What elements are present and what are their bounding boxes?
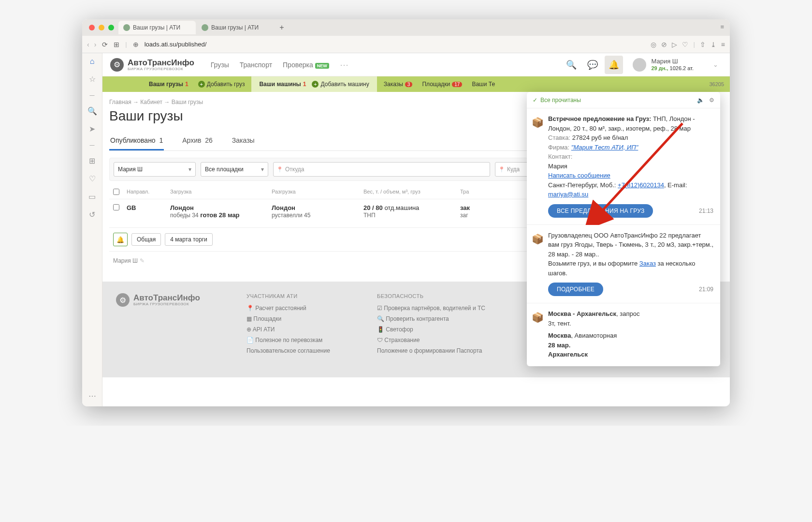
subnav-platforms[interactable]: Площадки 17: [419, 81, 465, 88]
share-icon[interactable]: ⇧: [700, 41, 706, 48]
note-icon[interactable]: ▭: [88, 192, 96, 201]
browser-tab-2[interactable]: Ваши грузы | АТИ: [197, 21, 274, 34]
subnav-orders[interactable]: Заказы 3: [381, 81, 416, 88]
nav-transport[interactable]: Транспорт: [240, 61, 272, 69]
nav-loads[interactable]: Грузы: [211, 61, 229, 69]
footer-link[interactable]: ▦ Площадки: [246, 315, 348, 322]
subnav-your-tenders[interactable]: Ваши Те: [469, 81, 498, 88]
logo[interactable]: ⚙ АвтоТрансИнфо БИРЖА ГРУЗОПЕРЕВОЗОК: [110, 58, 194, 72]
divider: —: [90, 92, 95, 98]
footer-link[interactable]: 🛡 Страхование: [377, 337, 485, 343]
reload-icon[interactable]: ⟳: [102, 41, 108, 48]
new-tab-button[interactable]: +: [275, 21, 289, 34]
logo-subtitle: БИРЖА ГРУЗОПЕРЕВОЗОК: [128, 67, 194, 71]
history-icon[interactable]: ↺: [89, 210, 95, 219]
new-badge: NEW: [315, 63, 329, 69]
home-icon[interactable]: ⌂: [90, 57, 95, 66]
forward-icon[interactable]: ›: [94, 41, 97, 48]
tabs-menu-icon[interactable]: ≡: [720, 23, 724, 30]
tag-common[interactable]: Общая: [131, 233, 161, 246]
order-link[interactable]: Заказ: [639, 260, 656, 267]
minimize-window-icon[interactable]: [99, 25, 104, 30]
nav-check[interactable]: ПроверкаNEW: [283, 61, 329, 69]
all-offers-button[interactable]: ВСЕ ПРЕДЛОЖЕНИЯ НА ГРУЗ: [548, 204, 653, 218]
write-message-link[interactable]: Написать сообщение: [548, 172, 610, 179]
user-menu[interactable]: Мария Ш 29 дн., 1026.2 ат. ⌄: [629, 56, 722, 74]
footer-link[interactable]: Пользовательское соглашение: [246, 347, 348, 354]
footer-link[interactable]: Положение о формировании Паспорта: [377, 347, 485, 354]
nav-more-icon[interactable]: ⋯: [340, 60, 348, 70]
search-icon[interactable]: 🔍: [562, 56, 580, 74]
badge: 3: [405, 82, 413, 87]
browser-tab-1[interactable]: Ваши грузы | АТИ: [118, 21, 196, 34]
play-icon[interactable]: ▷: [672, 41, 677, 48]
notification-item[interactable]: 📦 Москва - Архангельск, запрос 3т, тент.…: [527, 303, 720, 366]
package-icon: 📦: [532, 310, 544, 325]
subnav-add-truck[interactable]: +Добавить машину: [309, 81, 372, 88]
camera-icon[interactable]: ◎: [651, 41, 656, 48]
logo-text: АвтоТрансИнфо: [128, 59, 194, 67]
row-checkbox[interactable]: [113, 204, 119, 210]
download-icon[interactable]: ⤓: [710, 41, 716, 48]
notifications-icon[interactable]: 🔔: [605, 56, 623, 74]
subnav-your-trucks[interactable]: Ваши машины 1: [256, 81, 309, 88]
favicon-icon: [202, 24, 208, 31]
subnav-code: 36205: [709, 81, 724, 87]
notif-time: 21:09: [699, 285, 713, 294]
notification-item[interactable]: 📦 Грузовладелец ООО АвтоТрансИнфо 22 пре…: [527, 225, 720, 304]
bell-toggle-button[interactable]: 🔔: [113, 233, 128, 246]
tab-orders[interactable]: Заказы: [231, 133, 256, 150]
chat-icon[interactable]: 💬: [583, 56, 602, 74]
footer-link[interactable]: 📄 Полезное по перевозкам: [246, 337, 348, 343]
grid-icon[interactable]: ⊞: [89, 156, 95, 165]
browser-toolbar: ‹ › ⟳ ⊞ | ⊕ loads.ati.su/published/ ◎ ⊘ …: [82, 36, 730, 53]
address-bar[interactable]: loads.ati.su/published/: [145, 41, 645, 48]
favicon-icon: [123, 24, 130, 31]
details-button[interactable]: ПОДРОБНЕЕ: [548, 283, 603, 296]
footer-link[interactable]: 📍 Расчет расстояний: [246, 305, 348, 312]
user-name: Мария Ш: [651, 58, 694, 65]
tab-title: Ваши грузы | АТИ: [133, 24, 180, 31]
phone-link[interactable]: +7(812)6020134: [618, 181, 664, 189]
tab-archive[interactable]: Архив 26: [181, 133, 214, 150]
search-icon[interactable]: 🔍: [87, 106, 97, 116]
site-header: ⚙ АвтоТрансИнфо БИРЖА ГРУЗОПЕРЕВОЗОК Гру…: [102, 53, 730, 76]
menu-icon[interactable]: ≡: [721, 41, 725, 48]
filter-from-input[interactable]: Откуда: [273, 162, 490, 177]
back-icon[interactable]: ‹: [87, 41, 89, 48]
subnav-your-loads[interactable]: Ваши грузы 1: [146, 81, 191, 88]
footer-link[interactable]: ☑ Проверка партнёров, водителей и ТС: [377, 305, 485, 312]
load-ready: готов 28 мар: [200, 211, 239, 219]
block-icon[interactable]: ⊘: [661, 41, 667, 48]
maximize-window-icon[interactable]: [108, 25, 114, 30]
apps-grid-icon[interactable]: ⊞: [114, 41, 119, 48]
notification-item[interactable]: 📦 Встречное предложение на Груз: ТНП, Ло…: [527, 108, 720, 225]
filter-platform-select[interactable]: Все площадки: [201, 162, 268, 177]
notif-time: 21:13: [699, 207, 713, 215]
sound-icon[interactable]: 🔈: [697, 97, 704, 104]
footer-link[interactable]: ⊕ API АТИ: [246, 326, 348, 333]
check-icon: ✓: [533, 97, 537, 104]
subnav-add-load[interactable]: +Добавить груз: [195, 81, 248, 88]
footer-logo[interactable]: ⚙ АвтоТрансИнфо БИРЖА ГРУЗОПЕРЕВОЗОК: [116, 293, 218, 307]
notif-text: Грузовладелец ООО АвтоТрансИнфо 22 предл…: [548, 231, 713, 259]
firm-link[interactable]: "Мария Тест АТИ, ИП": [571, 144, 638, 151]
logo-icon: ⚙: [110, 58, 124, 72]
avatar: [633, 58, 646, 72]
email-link[interactable]: mariya@ati.su: [548, 191, 588, 198]
select-all-checkbox[interactable]: [113, 189, 119, 195]
tab-published[interactable]: Опубликовано 1: [109, 133, 164, 150]
close-window-icon[interactable]: [89, 25, 95, 30]
gear-icon[interactable]: ⚙: [709, 97, 714, 104]
heart-icon[interactable]: ♡: [682, 41, 688, 48]
more-icon[interactable]: ⋯: [88, 391, 96, 401]
footer-link[interactable]: 🚦 Светофор: [377, 326, 485, 333]
edit-icon[interactable]: ✎: [140, 257, 145, 264]
filter-user-select[interactable]: Мария Ш: [114, 162, 196, 177]
site-info-icon[interactable]: ⊕: [133, 41, 139, 48]
send-icon[interactable]: ➤: [89, 124, 95, 134]
tag-auction[interactable]: 4 марта торги: [165, 233, 213, 246]
heart-icon[interactable]: ♡: [89, 174, 96, 183]
footer-link[interactable]: 🔍 Проверить контрагента: [377, 315, 485, 322]
star-icon[interactable]: ☆: [89, 75, 96, 84]
